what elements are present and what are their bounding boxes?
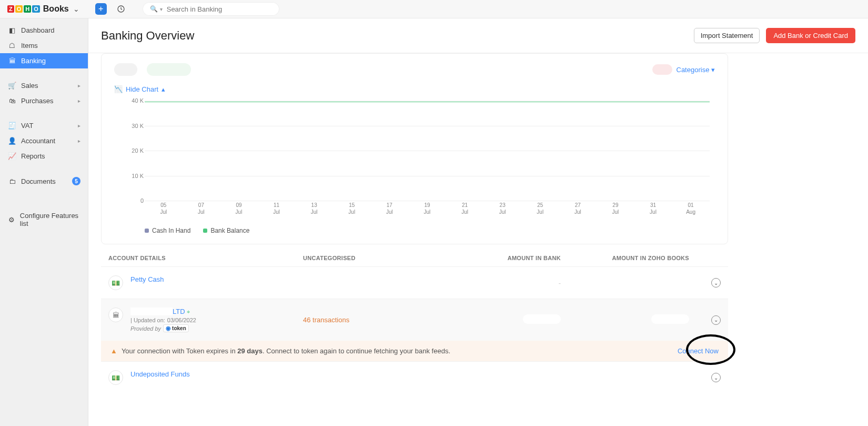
provided-by-label: Provided by bbox=[130, 325, 161, 332]
x-tick-label: 25Jul bbox=[521, 202, 559, 222]
row-menu-button[interactable]: ⌄ bbox=[711, 373, 721, 382]
cash-icon: 💵 bbox=[108, 275, 123, 290]
nav-label: Banking bbox=[21, 57, 46, 65]
account-name-link[interactable]: LTD bbox=[130, 308, 185, 315]
nav-purchases[interactable]: 🛍Purchases▸ bbox=[0, 93, 88, 108]
chevron-right-icon: ▸ bbox=[78, 123, 80, 128]
row-menu-button[interactable]: ⌄ bbox=[711, 315, 721, 325]
connect-now-link[interactable]: Connect Now bbox=[678, 347, 719, 355]
nav-label: Items bbox=[21, 42, 38, 49]
nav-label: Purchases bbox=[21, 97, 53, 105]
page-title: Banking Overview bbox=[101, 29, 194, 43]
th-uncategorised: UNCATEGORISED bbox=[303, 255, 456, 261]
transactions-link[interactable]: 46 transactions bbox=[303, 316, 349, 324]
hide-chart-toggle[interactable]: 📉 Hide Chart ▴ bbox=[114, 85, 715, 93]
chevron-down-icon[interactable]: ⌄ bbox=[73, 5, 79, 13]
account-row-petty-cash[interactable]: 💵 Petty Cash - ⌄ bbox=[101, 266, 728, 299]
app-name: Books bbox=[43, 4, 69, 14]
gridline: 0 bbox=[145, 201, 710, 201]
updated-date: 03/06/2022 bbox=[167, 317, 196, 323]
x-tick-label: 27Jul bbox=[559, 202, 597, 222]
x-tick-label: 29Jul bbox=[597, 202, 634, 222]
sales-icon: 🛒 bbox=[7, 82, 17, 90]
banking-icon: 🏛 bbox=[7, 57, 17, 65]
chevron-right-icon: ▸ bbox=[78, 98, 80, 104]
sidebar: ◧Dashboard ☖Items 🏛Banking 🛒Sales▸ 🛍Purc… bbox=[0, 18, 88, 426]
categorise-link[interactable]: Categorise ▾ bbox=[677, 66, 715, 74]
dashboard-icon: ◧ bbox=[7, 26, 17, 34]
import-statement-button[interactable]: Import Statement bbox=[694, 28, 760, 43]
account-row-bank[interactable]: 🏛 LTD ⌖ | Updated on: 03/06/2022 Provide… bbox=[101, 299, 728, 341]
nav-dashboard[interactable]: ◧Dashboard bbox=[0, 23, 88, 38]
legend-color-dot bbox=[203, 229, 207, 233]
topbar: ZOHO Books ⌄ + 🔍 ▾ bbox=[0, 0, 868, 18]
account-name-link[interactable]: Petty Cash bbox=[130, 275, 164, 283]
gridline: 30 K bbox=[145, 126, 710, 126]
x-tick-label: 05Jul bbox=[145, 202, 183, 222]
th-account: ACCOUNT DETAILS bbox=[108, 255, 303, 261]
chart-icon: 📉 bbox=[114, 85, 123, 93]
caret-down-icon: ▾ bbox=[711, 66, 715, 74]
status-pill bbox=[652, 64, 672, 75]
main-content: Banking Overview Import Statement Add Ba… bbox=[88, 18, 868, 426]
x-tick-label: 13Jul bbox=[295, 202, 333, 222]
filter-chip[interactable] bbox=[147, 63, 191, 76]
nav-reports[interactable]: 📈Reports bbox=[0, 148, 88, 164]
documents-icon: 🗀 bbox=[7, 177, 17, 185]
history-icon[interactable] bbox=[115, 3, 127, 15]
search-icon: 🔍 bbox=[150, 5, 158, 13]
x-tick-label: 31Jul bbox=[634, 202, 672, 222]
series-line-bank-balance bbox=[145, 102, 710, 102]
purchases-icon: 🛍 bbox=[7, 97, 17, 105]
quick-add-button[interactable]: + bbox=[95, 3, 107, 15]
nav-configure[interactable]: ⚙Configure Features list bbox=[0, 208, 88, 231]
nav-label: Sales bbox=[21, 82, 38, 90]
provider-badge: ◉token bbox=[163, 324, 189, 332]
x-tick-label: 07Jul bbox=[183, 202, 220, 222]
account-row-undeposited[interactable]: 💵 Undeposited Funds ⌄ bbox=[101, 361, 728, 393]
nav-accountant[interactable]: 👤Accountant▸ bbox=[0, 133, 88, 148]
legend-item[interactable]: Cash In Hand bbox=[145, 227, 190, 234]
caret-down-icon[interactable]: ▾ bbox=[160, 6, 163, 12]
feed-icon: ⌖ bbox=[187, 309, 190, 315]
x-tick-label: 17Jul bbox=[371, 202, 409, 222]
documents-badge: 5 bbox=[72, 177, 80, 185]
caret-up-icon: ▴ bbox=[162, 85, 165, 93]
search-input[interactable] bbox=[167, 5, 272, 13]
x-tick-label: 01Aug bbox=[672, 202, 710, 222]
th-amount-zoho: AMOUNT IN ZOHO BOOKS bbox=[561, 255, 689, 261]
nav-banking[interactable]: 🏛Banking bbox=[0, 53, 88, 68]
legend-label: Cash In Hand bbox=[152, 227, 190, 234]
bank-icon: 🏛 bbox=[108, 308, 123, 322]
chart-card: Categorise ▾ 📉 Hide Chart ▴ 010 K20 K30 … bbox=[101, 53, 728, 244]
x-tick-label: 23Jul bbox=[483, 202, 521, 222]
nav-sales[interactable]: 🛒Sales▸ bbox=[0, 78, 88, 93]
nav-label: Configure Features list bbox=[20, 212, 80, 227]
nav-documents[interactable]: 🗀Documents5 bbox=[0, 173, 88, 189]
chevron-right-icon: ▸ bbox=[78, 83, 80, 88]
settings-icon: ⚙ bbox=[7, 216, 16, 224]
add-bank-button[interactable]: Add Bank or Credit Card bbox=[766, 28, 855, 43]
account-name-link[interactable]: Undeposited Funds bbox=[130, 370, 190, 378]
reports-icon: 📈 bbox=[7, 152, 17, 160]
app-logo[interactable]: ZOHO Books ⌄ bbox=[7, 4, 79, 14]
y-tick-label: 30 K bbox=[129, 123, 144, 129]
search-input-wrapper[interactable]: 🔍 ▾ bbox=[143, 2, 279, 16]
x-tick-label: 15Jul bbox=[333, 202, 371, 222]
legend-item[interactable]: Bank Balance bbox=[203, 227, 249, 234]
warning-text: Your connection with Token expires in 29… bbox=[122, 347, 450, 355]
filter-chip[interactable] bbox=[114, 63, 137, 76]
legend-color-dot bbox=[145, 229, 149, 233]
nav-label: Reports bbox=[21, 152, 45, 160]
x-tick-label: 19Jul bbox=[408, 202, 446, 222]
redacted-amount bbox=[523, 314, 561, 324]
x-tick-label: 11Jul bbox=[258, 202, 296, 222]
gridline: 20 K bbox=[145, 151, 710, 151]
nav-vat[interactable]: 🧾VAT▸ bbox=[0, 118, 88, 133]
nav-label: VAT bbox=[21, 122, 33, 130]
nav-items[interactable]: ☖Items bbox=[0, 38, 88, 53]
balance-chart: 010 K20 K30 K40 K 05Jul07Jul09Jul11Jul13… bbox=[129, 101, 715, 222]
y-tick-label: 20 K bbox=[129, 147, 144, 154]
row-menu-button[interactable]: ⌄ bbox=[711, 278, 721, 288]
updated-prefix: | Updated on: bbox=[130, 317, 165, 323]
